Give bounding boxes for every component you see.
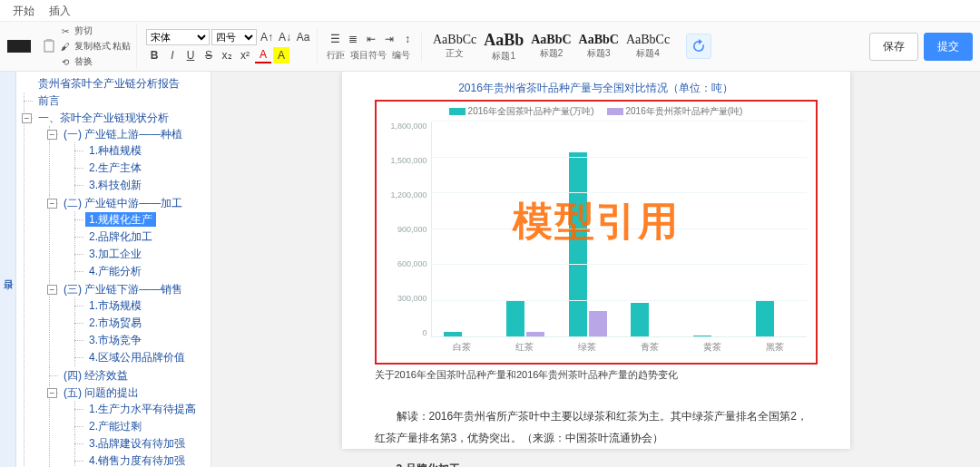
outline-item[interactable]: 4.销售力度有待加强 — [85, 453, 189, 467]
x-tick-label: 青茶 — [641, 341, 659, 354]
y-axis: 1,800,0001,500,0001,200,000900,000600,00… — [380, 122, 427, 337]
legend-swatch-a — [449, 108, 466, 115]
style-h4[interactable]: AaBbCc标题4 — [626, 33, 670, 60]
line-spacing-button[interactable]: ↕ — [399, 31, 416, 47]
bullets-button[interactable]: ☰ — [327, 31, 343, 47]
outline-n1-2[interactable]: (二) 产业链中游——加工 — [60, 196, 186, 210]
copy-format-button[interactable]: 🖌复制格式 — [58, 39, 111, 54]
outline-n1-4[interactable]: (四) 经济效益 — [60, 368, 132, 383]
outline-n1[interactable]: 一、茶叶全产业链现状分析 — [34, 111, 172, 125]
superscript-button[interactable]: x² — [237, 47, 253, 63]
paste-button[interactable]: 粘贴 — [113, 40, 131, 53]
interpretation-paragraph: 解读：2016年贵州省所产茶叶中主要以绿茶和红茶为主。其中绿茶产量排名全国第2，… — [375, 405, 818, 449]
outline-item[interactable]: 2.生产主体 — [85, 161, 145, 175]
subscript-button[interactable]: x₂ — [219, 47, 235, 63]
collapse-icon[interactable]: − — [22, 113, 32, 123]
clipboard-group: ✂剪切 🖌复制格式 ⟲替换 粘贴 — [36, 24, 137, 69]
highlight-button[interactable]: A — [273, 47, 289, 63]
line-spacing-label: 行距 — [327, 49, 345, 62]
collapse-icon[interactable]: − — [47, 199, 57, 209]
chart-container: 2016年全国茶叶品种产量(万吨) 2016年贵州茶叶品种产量(吨) 1,800… — [375, 100, 818, 365]
save-button[interactable]: 保存 — [869, 33, 918, 61]
shrink-font-button[interactable]: A↓ — [277, 29, 293, 45]
font-family-select[interactable]: 宋体 — [146, 29, 210, 45]
legend-swatch-b — [607, 108, 623, 115]
x-axis: 白茶红茶绿茶青茶黄茶黑茶 — [431, 341, 807, 354]
paragraph-group: ☰ ≣ ⇤ ⇥ ↕ 行距 项目符号 编号 — [321, 31, 422, 62]
clear-format-button[interactable]: Aa — [295, 29, 311, 45]
outline-n1-5[interactable]: (五) 问题的提出 — [60, 385, 142, 400]
chart-caption: 关于2016年全国茶叶品种产量和2016年贵州茶叶品种产量的趋势变化 — [375, 368, 818, 382]
chart-plot: 1,800,0001,500,0001,200,000900,000600,00… — [380, 122, 812, 359]
submit-button[interactable]: 提交 — [924, 33, 973, 61]
bar — [693, 336, 711, 336]
bar-group — [444, 122, 482, 336]
outline-n1-1[interactable]: (一) 产业链上游——种植 — [60, 127, 186, 141]
outline-tab[interactable]: 目录 — [0, 72, 16, 467]
outline-item[interactable]: 3.品牌建设有待加强 — [85, 436, 189, 451]
collapse-icon[interactable]: − — [47, 130, 57, 140]
grow-font-button[interactable]: A↑ — [259, 29, 275, 45]
outline-item[interactable]: 3.市场竞争 — [85, 333, 145, 347]
body-text: 解读：2016年贵州省所产茶叶中主要以绿茶和红茶为主。其中绿茶产量排名全国第2，… — [375, 405, 818, 467]
menu-insert[interactable]: 插入 — [49, 4, 71, 19]
indent-dec-button[interactable]: ⇤ — [363, 31, 379, 47]
font-size-select[interactable]: 四号 — [211, 29, 257, 45]
subheading: 2.品牌化加工 — [375, 458, 818, 467]
toolbar: ✂剪切 🖌复制格式 ⟲替换 粘贴 宋体 四号 A↑ A↓ Aa B I U S … — [0, 22, 980, 72]
cut-button[interactable]: ✂剪切 — [58, 24, 111, 38]
outline-item[interactable]: 2.品牌化加工 — [85, 229, 156, 244]
outline-root[interactable]: 贵州省茶叶全产业链分析报告 — [34, 76, 183, 91]
strike-button[interactable]: S — [201, 47, 217, 63]
item-mark-label: 项目符号 — [350, 49, 387, 62]
outline-item[interactable]: 1.种植规模 — [85, 143, 145, 158]
bar — [631, 303, 649, 336]
outline-item[interactable]: 2.市场贸易 — [85, 316, 145, 330]
bar-group — [569, 122, 607, 336]
bold-button[interactable]: B — [146, 47, 162, 63]
replace-button[interactable]: ⟲替换 — [58, 54, 111, 69]
outline-item[interactable]: 1.市场规模 — [85, 298, 145, 313]
x-tick-label: 黑茶 — [766, 341, 784, 354]
outline-item[interactable]: 1.生产力水平有待提高 — [85, 402, 200, 416]
x-tick-label: 白茶 — [453, 341, 471, 354]
document-area[interactable]: 2016年贵州省茶叶品种产量与全国对比情况（单位：吨） 2016年全国茶叶品种产… — [211, 72, 980, 467]
style-h1[interactable]: AaBb标题1 — [484, 31, 524, 63]
menu-start[interactable]: 开始 — [13, 4, 34, 19]
indent-inc-button[interactable]: ⇥ — [381, 31, 397, 47]
bar — [756, 301, 774, 336]
collapse-icon[interactable]: − — [47, 388, 57, 398]
font-color-button[interactable]: A — [255, 47, 271, 63]
app-logo — [7, 40, 31, 53]
font-group: 宋体 四号 A↑ A↓ Aa B I U S x₂ x² A A — [141, 29, 318, 63]
outline-item-active[interactable]: 1.规模化生产 — [85, 212, 156, 227]
style-body[interactable]: AaBbCc正文 — [433, 33, 476, 60]
svg-rect-1 — [46, 39, 52, 42]
bar-group — [693, 122, 731, 336]
outline-item[interactable]: 2.产能过剩 — [85, 419, 145, 433]
refresh-icon — [691, 39, 706, 54]
scissors-icon: ✂ — [58, 24, 73, 38]
italic-button[interactable]: I — [164, 47, 181, 63]
outline-item[interactable]: 4.区域公用品牌价值 — [85, 350, 189, 365]
collapse-icon[interactable]: − — [47, 285, 57, 295]
bar-group — [506, 122, 544, 336]
refresh-button[interactable] — [686, 34, 711, 59]
x-tick-label: 绿茶 — [578, 341, 596, 354]
underline-button[interactable]: U — [182, 47, 199, 63]
numbering-button[interactable]: ≣ — [345, 31, 361, 47]
outline-item[interactable]: 3.科技创新 — [85, 178, 145, 192]
svg-rect-0 — [44, 41, 54, 52]
menubar: 开始 插入 — [0, 0, 980, 22]
outline-item[interactable]: 3.加工企业 — [85, 247, 145, 261]
style-h3[interactable]: AaBbC标题3 — [579, 33, 619, 60]
styles-gallery: AaBbCc正文 AaBb标题1 AaBbC标题2 AaBbC标题3 AaBbC… — [426, 31, 677, 63]
bar-group — [756, 122, 794, 336]
outline-preface[interactable]: 前言 — [34, 93, 64, 108]
chart-title: 2016年贵州省茶叶品种产量与全国对比情况（单位：吨） — [375, 81, 818, 96]
paste-icon[interactable] — [42, 39, 56, 54]
outline-item[interactable]: 4.产能分析 — [85, 264, 145, 278]
outline-n1-3[interactable]: (三) 产业链下游——销售 — [60, 282, 186, 297]
style-h2[interactable]: AaBbC标题2 — [531, 33, 571, 60]
numbering-label: 编号 — [392, 49, 410, 62]
